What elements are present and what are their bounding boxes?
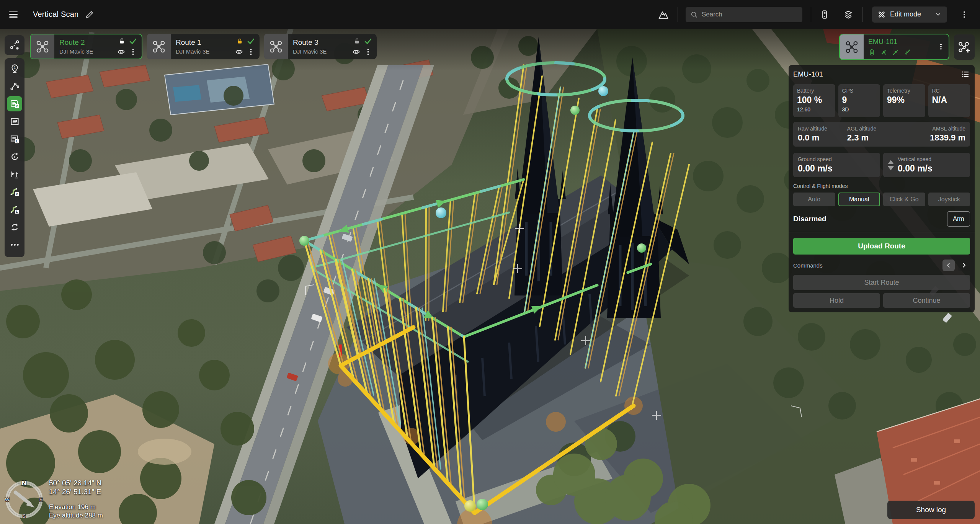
more-icon [10,240,20,250]
elevation-label: Elevation 196 m [49,503,103,511]
hamburger-menu-icon[interactable] [9,11,18,18]
takeoff-point-icon [10,169,20,180]
mode-manual-button[interactable]: Manual [838,193,880,206]
battery-icon [868,49,875,56]
commands-next-button[interactable] [958,260,970,271]
edit-mode-icon [877,10,886,19]
arm-state-label: Disarmed [793,215,826,223]
tool-corridor-line-button[interactable] [6,201,23,218]
tool-photogrammetry-button[interactable] [7,96,22,111]
divider [678,7,678,22]
arm-button[interactable]: Arm [947,211,970,227]
commands-label: Commands [793,262,942,269]
cursor-latitude: 50° 05' 28.14" N [49,478,103,487]
compass-west-label: W [5,497,10,503]
route-name: Route 2 [59,38,117,47]
upload-route-button[interactable]: Upload Route [793,238,970,255]
map-status-overlay: 50° 05' 28.14" N 14° 26' 51.31" E Elevat… [49,478,103,520]
compass-north-label: N [22,480,26,487]
chevron-right-icon [960,262,967,269]
divider [862,7,863,22]
check-icon [129,37,137,45]
ascend-arrow-icon [888,160,894,164]
divider [811,7,811,22]
drone-thumbnail [840,34,864,59]
drone-tab-emu101[interactable]: EMU-101 [839,34,949,60]
divider [789,232,975,232]
control-modes-label: Control & Flight modes [793,183,970,189]
lock-closed-icon[interactable] [237,38,243,44]
corridor-line-icon [10,204,20,215]
route-tab-route2[interactable]: Route 2 DJI Mavic 3E [30,34,142,59]
loop-icon [10,222,20,232]
compass[interactable]: N E S W [3,478,45,521]
ground-speed-card: Ground speed0.00 m/s [793,153,880,177]
photogrammetry-icon [10,99,20,109]
eye-altitude-label: Eye altitude 288 m [49,511,103,520]
drone-menu-kebab-icon[interactable] [937,43,945,51]
route-menu-kebab-icon[interactable] [247,48,255,56]
tool-new-route-button[interactable] [5,35,24,55]
visibility-eye-icon[interactable] [352,48,360,56]
gps-satellite-icon [880,49,887,56]
compass-arrow [15,492,34,508]
route-drone-type: DJI Mavic 3E [176,48,235,55]
mode-joystick-button[interactable]: Joystick [928,193,970,206]
vertical-scan-icon [10,134,20,144]
search-icon [690,11,698,18]
show-log-button[interactable]: Show log [887,501,975,519]
start-route-button[interactable]: Start Route [793,275,970,290]
route-menu-kebab-icon[interactable] [129,48,137,56]
mode-clickgo-button[interactable]: Click & Go [883,193,925,206]
vertical-speed-card: Vertical speed0.00 m/s [883,153,970,177]
route-name: Route 1 [176,38,235,47]
tool-vertical-scan-button[interactable] [6,130,23,148]
route-drone-type: DJI Mavic 3E [293,48,352,55]
drone-status-panel: EMU-101 Battery 100 % 12.60 GPS 9 3D Tel… [789,65,975,312]
visibility-eye-icon[interactable] [235,48,243,56]
tool-more-button[interactable] [6,236,23,253]
route-tab-route3[interactable]: Route 3 DJI Mavic 3E [264,34,377,59]
hold-button[interactable]: Hold [793,293,880,308]
route-tab-route1[interactable]: Route 1 DJI Mavic 3E [147,34,260,59]
tool-loop-button[interactable] [6,218,23,236]
rc-card: RC N/A [928,84,970,117]
tool-waypoint-button[interactable] [6,60,23,77]
tool-corridor-photo-button[interactable] [6,183,23,201]
telemetry-log-icon[interactable] [820,10,830,20]
route-menu-kebab-icon[interactable] [364,48,372,56]
overflow-menu-icon[interactable] [960,10,969,19]
polyline-icon [10,81,20,91]
terrain-icon[interactable] [658,9,669,20]
descend-arrow-icon [888,166,894,170]
telemetry-list-icon[interactable] [961,70,970,79]
drone-icon [152,40,165,53]
layers-icon[interactable] [843,10,853,20]
visibility-eye-icon[interactable] [117,48,125,56]
tool-area-scan-button[interactable] [6,113,23,130]
route-thumbnail [264,34,288,59]
corridor-photo-icon [10,187,20,197]
downlink-icon [904,49,911,56]
continue-button[interactable]: Continue [883,293,970,308]
chevron-down-icon [934,11,942,18]
edit-mode-label: Edit mode [890,10,921,18]
lock-open-icon[interactable] [119,38,125,44]
compass-south-label: S [23,514,26,519]
drone-panel-title: EMU-101 [793,70,823,78]
add-drone-icon [958,41,971,54]
lock-open-icon[interactable] [354,38,360,44]
altitude-card: Raw altitude0.0 m AGL altitude2.3 m AMSL… [793,122,970,147]
route-drone-type: DJI Mavic 3E [59,48,117,55]
edit-mode-dropdown[interactable]: Edit mode [872,7,947,23]
commands-prev-button[interactable] [942,260,955,271]
search-input[interactable]: Search [686,7,802,22]
tool-polyline-button[interactable] [6,77,23,95]
add-drone-button[interactable] [954,34,975,60]
tool-perimeter-button[interactable] [6,148,23,165]
edit-title-pencil-icon[interactable] [85,10,95,20]
tool-takeoff-point-button[interactable] [6,165,23,183]
waypoint-icon [10,64,20,74]
mode-auto-button[interactable]: Auto [793,193,835,206]
chevron-left-icon [945,262,952,269]
